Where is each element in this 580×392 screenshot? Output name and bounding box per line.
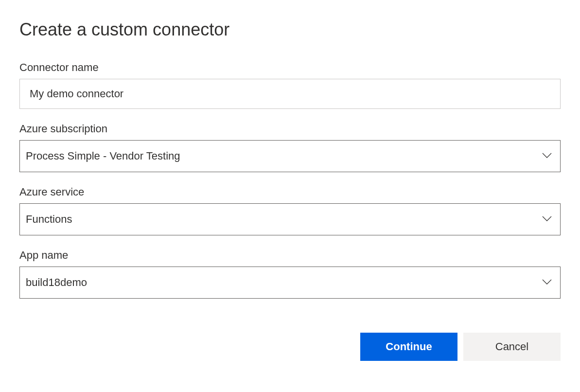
azure-subscription-value: Process Simple - Vendor Testing bbox=[26, 150, 180, 162]
azure-service-select[interactable]: Functions bbox=[19, 203, 561, 235]
field-azure-service: Azure service Functions bbox=[19, 186, 561, 235]
app-name-label: App name bbox=[19, 249, 561, 262]
field-azure-subscription: Azure subscription Process Simple - Vend… bbox=[19, 123, 561, 172]
azure-service-label: Azure service bbox=[19, 186, 561, 198]
page-title: Create a custom connector bbox=[19, 19, 561, 40]
azure-subscription-select[interactable]: Process Simple - Vendor Testing bbox=[19, 140, 561, 172]
continue-button[interactable]: Continue bbox=[360, 333, 457, 361]
azure-service-value: Functions bbox=[26, 213, 72, 226]
app-name-value: build18demo bbox=[26, 276, 87, 289]
button-row: Continue Cancel bbox=[19, 333, 561, 361]
app-name-select[interactable]: build18demo bbox=[19, 267, 561, 299]
field-connector-name: Connector name bbox=[19, 61, 561, 109]
field-app-name: App name build18demo bbox=[19, 249, 561, 299]
cancel-button[interactable]: Cancel bbox=[463, 333, 561, 361]
connector-name-label: Connector name bbox=[19, 61, 561, 74]
azure-subscription-label: Azure subscription bbox=[19, 123, 561, 135]
connector-name-input[interactable] bbox=[19, 79, 561, 109]
